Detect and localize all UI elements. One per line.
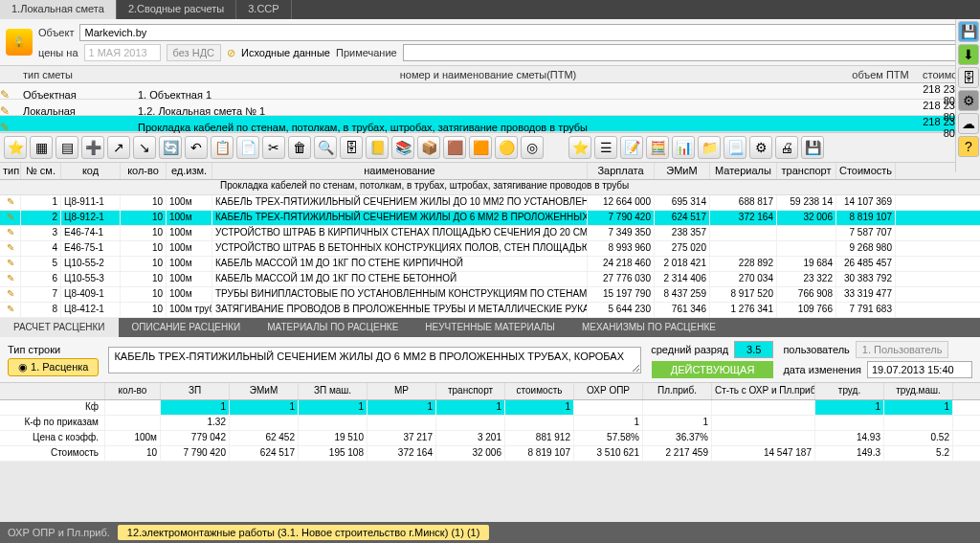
side-help-icon[interactable]: ? [958, 136, 979, 157]
tb-import-icon[interactable]: ↘ [133, 136, 156, 159]
row-qty: 10 [121, 195, 167, 210]
row-name: УСТРОЙСТВО ШТРАБ В КИРПИЧНЫХ СТЕНАХ ПЛОЩ… [212, 226, 588, 240]
row-code: Ц10-55-2 [61, 257, 121, 271]
table-row[interactable]: ✎ 2 Ц8-912-1 10 100м КАБЕЛЬ ТРЕХ-ПЯТИЖИЛ… [0, 211, 980, 226]
subtab-desc[interactable]: ОПИСАНИЕ РАСЦЕНКИ [119, 318, 255, 337]
calc-cell: 3 201 [436, 431, 505, 445]
detail-bar: Тип строки ◉ 1. Расценка КАБЕЛЬ ТРЕХ-ПЯТ… [0, 337, 980, 383]
gcol-st: Стоимость [836, 163, 896, 179]
tb-chart-icon[interactable]: 📊 [672, 136, 695, 159]
rowtype-value[interactable]: ◉ 1. Расценка [8, 358, 99, 376]
mod-date-label: дата изменения [783, 364, 861, 375]
tb-box2-icon[interactable]: 🟫 [443, 136, 466, 159]
row-name: ЗАТЯГИВАНИЕ ПРОВОДОВ В ПРОЛОЖЕННЫЕ ТРУБЫ… [212, 303, 588, 317]
table-row[interactable]: ✎ 6 Ц10-55-3 10 100м КАБЕЛЬ МАССОЙ 1М ДО… [0, 272, 980, 287]
calc-cell: 1 [884, 400, 953, 415]
tb-books-icon[interactable]: 📚 [391, 136, 414, 159]
table-row[interactable]: ✎ 7 Ц8-409-1 10 100м ТРУБЫ ВИНИПЛАСТОВЫЕ… [0, 287, 980, 303]
tab-ssr[interactable]: 3.ССР [236, 0, 291, 19]
gcol-qty: кол-во [121, 163, 167, 179]
tb-box-icon[interactable]: 📦 [417, 136, 440, 159]
row-unit: 100м [167, 257, 212, 271]
tb-list-icon[interactable]: ☰ [594, 136, 617, 159]
calc-col: Пл.приб. [643, 383, 712, 399]
tb-export-icon[interactable]: ↗ [107, 136, 130, 159]
source-data-icon[interactable]: ⊘ [227, 47, 235, 59]
tb-paste-icon[interactable]: 📄 [236, 136, 259, 159]
object-input[interactable] [79, 24, 957, 41]
tb-settings-icon[interactable]: ⚙ [749, 136, 772, 159]
tab-summary-calc[interactable]: 2.Сводные расчеты [117, 0, 236, 19]
side-cloud-icon[interactable]: ☁ [958, 113, 979, 134]
lock-icon[interactable]: 🔓 [6, 29, 33, 56]
row-mat: 228 892 [710, 257, 777, 271]
tb-sheet-icon[interactable]: 📃 [724, 136, 746, 159]
row-tr: 32 006 [777, 211, 836, 225]
tb-target-icon[interactable]: ◎ [521, 136, 544, 159]
side-down-icon[interactable]: ⬇ [958, 44, 979, 65]
note-input[interactable] [403, 44, 974, 61]
tb-undo-icon[interactable]: ↶ [185, 136, 208, 159]
tb-delete-icon[interactable]: 🗑 [288, 136, 311, 159]
tb-book-icon[interactable]: 📒 [366, 136, 389, 159]
summary-row[interactable]: ✎ Прокладка кабелей по стенам, потолкам,… [0, 116, 980, 132]
tb-grid-icon[interactable]: ▦ [30, 136, 53, 159]
tb-disk-icon[interactable]: 💾 [801, 136, 824, 159]
tb-fav-icon[interactable]: ⭐ [568, 136, 591, 159]
side-db-icon[interactable]: 🗄 [958, 67, 979, 88]
table-row[interactable]: ✎ 4 Е46-75-1 10 100м УСТРОЙСТВО ШТРАБ В … [0, 241, 980, 257]
table-row[interactable]: ✎ 5 Ц10-55-2 10 100м КАБЕЛЬ МАССОЙ 1М ДО… [0, 257, 980, 272]
calc-label: Стоимость [0, 446, 105, 461]
tb-folder-icon[interactable]: 📁 [698, 136, 721, 159]
tb-form-icon[interactable]: 📝 [620, 136, 643, 159]
tb-db-icon[interactable]: 🗄 [340, 136, 363, 159]
row-mat: 8 917 520 [710, 287, 777, 302]
calc-cell: 1 [643, 416, 712, 430]
row-num: 6 [21, 272, 61, 286]
tb-circle-icon[interactable]: 🟡 [495, 136, 518, 159]
calc-cell: 881 912 [505, 431, 574, 445]
tb-print-icon[interactable]: 🖨 [775, 136, 798, 159]
calc-label: Кф [0, 400, 105, 415]
gcol-zp: Зарплата [588, 163, 655, 179]
row-st: 33 319 477 [836, 287, 896, 302]
row-st: 9 268 980 [836, 241, 896, 256]
subtab-unaccounted[interactable]: НЕУЧТЕННЫЕ МАТЕРИАЛЫ [412, 318, 568, 337]
side-cog-icon[interactable]: ⚙ [958, 90, 979, 111]
price-date-input[interactable] [84, 44, 161, 61]
subtab-mechanisms[interactable]: МЕХАНИЗМЫ ПО РАСЦЕНКЕ [568, 318, 729, 337]
tb-calc-icon[interactable]: 🧮 [646, 136, 669, 159]
table-row[interactable]: ✎ 3 Е46-74-1 10 100м УСТРОЙСТВО ШТРАБ В … [0, 226, 980, 241]
summary-row[interactable]: ✎ Объектная 1. Объектная 1 218 234 809 [0, 83, 980, 100]
tb-cut-icon[interactable]: ✂ [262, 136, 285, 159]
row-zp: 15 197 790 [588, 287, 655, 302]
vat-button[interactable]: без НДС [167, 44, 222, 61]
row-mat: 688 817 [710, 195, 777, 210]
pencil-icon: ✎ [0, 303, 21, 317]
side-save-icon[interactable]: 💾 [958, 21, 979, 42]
tb-search-icon[interactable]: 🔍 [314, 136, 337, 159]
row-em: 2 018 421 [655, 257, 710, 271]
tb-add-icon[interactable]: ➕ [81, 136, 104, 159]
tb-grid2-icon[interactable]: ▤ [56, 136, 78, 159]
tab-local-estimate[interactable]: 1.Локальная смета [0, 0, 117, 19]
description-input[interactable]: КАБЕЛЬ ТРЕХ-ПЯТИЖИЛЬНЫЙ СЕЧЕНИЕМ ЖИЛЫ ДО… [108, 347, 641, 373]
tb-refresh-icon[interactable]: 🔄 [159, 136, 182, 159]
summary-row[interactable]: ✎ Локальная 1.2. Локальная смета № 1 218… [0, 100, 980, 116]
table-row[interactable]: ✎ 1 Ц8-911-1 10 100м КАБЕЛЬ ТРЕХ-ПЯТИЖИЛ… [0, 195, 980, 211]
subtab-calc[interactable]: РАСЧЕТ РАСЦЕНКИ [0, 318, 119, 337]
source-data-label[interactable]: Исходные данные [241, 47, 330, 58]
tb-star-icon[interactable]: ⭐ [4, 136, 27, 159]
subtab-materials[interactable]: МАТЕРИАЛЫ ПО РАСЦЕНКЕ [254, 318, 412, 337]
calc-cell: 1.32 [161, 416, 230, 430]
table-row[interactable]: ✎ 8 Ц8-412-1 10 100м трубы ЗАТЯГИВАНИЕ П… [0, 303, 980, 318]
row-st: 7 791 683 [836, 303, 896, 317]
calc-cell: 1 [815, 400, 884, 415]
main-grid-header: тип № см. код кол-во ед.изм. наименовани… [0, 163, 980, 180]
tb-box3-icon[interactable]: 🟧 [469, 136, 492, 159]
user-button[interactable]: 1. Пользователь [856, 341, 949, 358]
tb-copy-icon[interactable]: 📋 [211, 136, 234, 159]
calc-row: Кф11111111 [0, 400, 980, 416]
row-zp: 24 218 460 [588, 257, 655, 271]
gcol-name: наименование [212, 163, 588, 179]
